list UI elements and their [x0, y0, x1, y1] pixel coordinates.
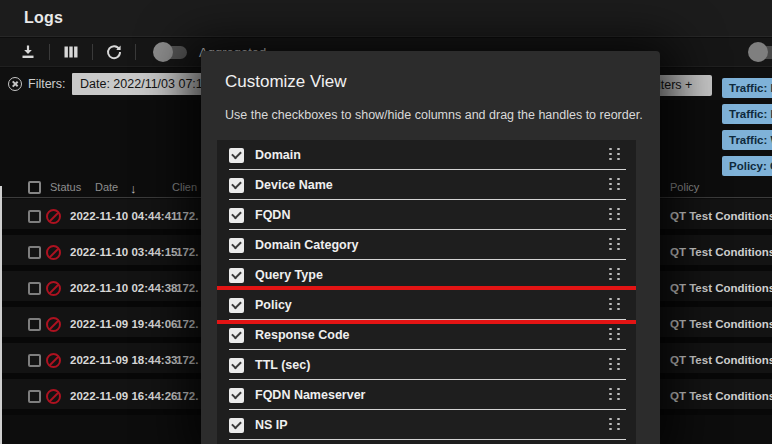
- blocked-status-icon: [46, 209, 61, 224]
- column-checkbox[interactable]: [229, 238, 244, 253]
- column-list-item[interactable]: FQDN: [217, 200, 636, 230]
- toolbar-divider: [135, 44, 136, 60]
- column-checkbox[interactable]: [229, 148, 244, 163]
- filter-badge[interactable]: Policy: QT T: [722, 156, 772, 176]
- column-label: Domain: [255, 148, 301, 162]
- drag-handle-icon[interactable]: [609, 178, 620, 193]
- column-list-item[interactable]: Policy: [217, 290, 636, 320]
- row-checkbox[interactable]: [28, 210, 41, 223]
- filter-badge[interactable]: Traffic: High: [722, 104, 772, 124]
- column-list-item[interactable]: Domain Category: [217, 230, 636, 260]
- column-header-client: Clien: [172, 181, 197, 193]
- column-label: Domain Category: [255, 238, 359, 252]
- date-cell: 2022-11-10 04:44:41: [70, 210, 177, 222]
- toolbar-divider: [49, 44, 50, 60]
- policy-cell: QT Test Conditions: [670, 390, 772, 402]
- column-checkbox[interactable]: [229, 208, 244, 223]
- dialog-title: Customize View: [225, 72, 660, 92]
- blocked-status-icon: [46, 281, 61, 296]
- table-left-edge-line: [0, 186, 2, 444]
- column-label: Policy: [255, 298, 292, 312]
- aggregated-toggle[interactable]: [155, 46, 187, 59]
- column-header-date[interactable]: Date: [95, 181, 118, 193]
- drag-handle-icon[interactable]: [609, 238, 620, 253]
- policy-cell: QT Test Conditions: [670, 210, 772, 222]
- client-ip-cell: 172.: [176, 318, 198, 330]
- column-checkbox[interactable]: [229, 358, 244, 373]
- column-label: FQDN: [255, 208, 290, 222]
- page-title: Logs: [24, 9, 63, 27]
- policy-cell: QT Test Conditions: [670, 282, 772, 294]
- filter-badge[interactable]: Traffic: Bloc: [722, 78, 772, 98]
- column-checkbox[interactable]: [229, 388, 244, 403]
- blocked-status-icon: [46, 317, 61, 332]
- drag-handle-icon[interactable]: [609, 298, 620, 313]
- toggle-knob: [153, 42, 173, 62]
- drag-handle-icon[interactable]: [609, 388, 620, 403]
- filter-badge[interactable]: Traffic: Wat: [722, 130, 772, 150]
- toolbar-divider: [92, 44, 93, 60]
- drag-handle-icon[interactable]: [609, 208, 620, 223]
- dialog-subtitle: Use the checkboxes to show/hide columns …: [225, 108, 660, 122]
- clear-filters-icon[interactable]: [8, 77, 22, 91]
- column-label: Device Name: [255, 178, 333, 192]
- column-list: Domain Device Name FQDN Domain Category …: [217, 140, 636, 444]
- column-list-item[interactable]: FQDN Nameserver: [217, 380, 636, 410]
- date-filter-chip[interactable]: Date: 2022/11/03 07:16:1: [72, 73, 222, 95]
- client-ip-cell: 172.: [176, 354, 198, 366]
- row-checkbox[interactable]: [28, 318, 41, 331]
- refresh-icon[interactable]: [106, 44, 122, 60]
- column-label: Query Type: [255, 268, 323, 282]
- column-checkbox[interactable]: [229, 268, 244, 283]
- policy-cell: QT Test Conditions: [670, 354, 772, 366]
- date-cell: 2022-11-10 03:44:15: [70, 246, 177, 258]
- drag-handle-icon[interactable]: [609, 418, 620, 433]
- column-list-item[interactable]: Query Type: [217, 260, 636, 290]
- filters-label: Filters:: [28, 77, 66, 91]
- column-header-status: Status: [50, 181, 81, 193]
- policy-cell: QT Test Conditions: [670, 246, 772, 258]
- column-list-item[interactable]: Response Code: [217, 320, 636, 350]
- logs-page: Logs Aggre: [0, 0, 772, 444]
- row-checkbox[interactable]: [28, 282, 41, 295]
- drag-handle-icon[interactable]: [609, 358, 620, 373]
- row-checkbox[interactable]: [28, 354, 41, 367]
- customize-view-dialog: Customize View Use the checkboxes to sho…: [201, 51, 660, 444]
- blocked-status-icon: [46, 389, 61, 404]
- column-list-item[interactable]: NS IP: [217, 410, 636, 440]
- date-cell: 2022-11-09 18:44:33: [70, 354, 177, 366]
- blocked-status-icon: [46, 353, 61, 368]
- column-checkbox[interactable]: [229, 418, 244, 433]
- drag-handle-icon[interactable]: [609, 268, 620, 283]
- column-label: FQDN Nameserver: [255, 388, 365, 402]
- secondary-toggle-knob: [748, 42, 768, 62]
- column-list-item[interactable]: TTL (sec): [217, 350, 636, 380]
- blocked-status-icon: [46, 245, 61, 260]
- policy-cell: QT Test Conditions: [670, 318, 772, 330]
- columns-icon[interactable]: [63, 44, 79, 60]
- client-ip-cell: 172.: [176, 282, 198, 294]
- row-checkbox[interactable]: [28, 390, 41, 403]
- date-cell: 2022-11-09 16:44:26: [70, 390, 177, 402]
- column-checkbox[interactable]: [229, 328, 244, 343]
- client-ip-cell: 172.: [176, 246, 198, 258]
- column-list-item[interactable]: Device Name: [217, 170, 636, 200]
- column-label: TTL (sec): [255, 358, 310, 372]
- date-cell: 2022-11-09 19:44:06: [70, 318, 177, 330]
- column-label: NS IP: [255, 418, 288, 432]
- column-header-policy: Policy: [670, 181, 699, 193]
- column-checkbox[interactable]: [229, 178, 244, 193]
- date-cell: 2022-11-10 02:44:38: [70, 282, 177, 294]
- client-ip-cell: 172.: [176, 210, 198, 222]
- column-list-item[interactable]: Domain: [217, 140, 636, 170]
- column-label: Response Code: [255, 328, 349, 342]
- download-icon[interactable]: [20, 44, 36, 60]
- sort-desc-icon[interactable]: ↓: [130, 181, 137, 196]
- column-checkbox[interactable]: [229, 298, 244, 313]
- page-header: Logs: [0, 0, 772, 37]
- drag-handle-icon[interactable]: [609, 328, 620, 343]
- row-checkbox[interactable]: [28, 246, 41, 259]
- drag-handle-icon[interactable]: [609, 148, 620, 163]
- select-all-checkbox[interactable]: [28, 181, 41, 194]
- client-ip-cell: 172.: [176, 390, 198, 402]
